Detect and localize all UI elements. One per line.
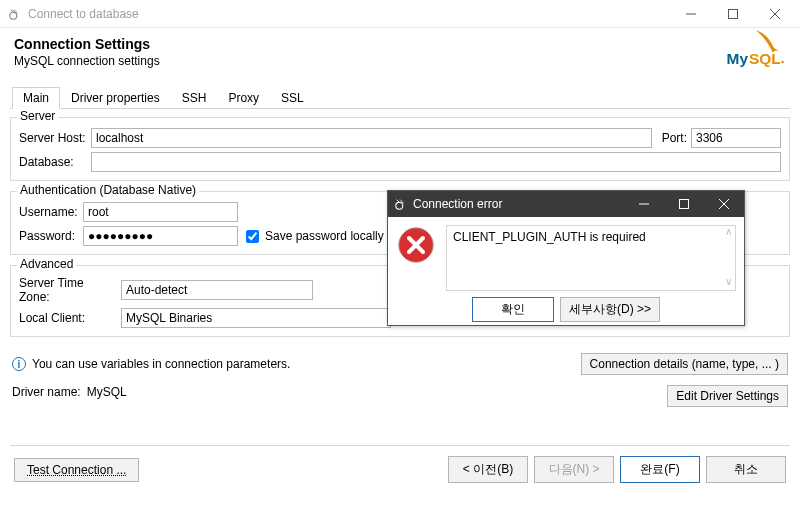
next-button[interactable]: 다음(N) >: [534, 456, 614, 483]
tab-driver-properties[interactable]: Driver properties: [60, 87, 171, 109]
save-password-checkbox[interactable]: [246, 230, 259, 243]
save-password-label: Save password locally: [265, 229, 384, 243]
test-connection-button[interactable]: Test Connection ...: [14, 458, 139, 482]
localclient-select[interactable]: MySQL Binaries: [121, 308, 391, 328]
edit-driver-button[interactable]: Edit Driver Settings: [667, 385, 788, 407]
dialog-ok-button[interactable]: 확인: [472, 297, 554, 322]
password-input[interactable]: [83, 226, 238, 246]
timezone-label: Server Time Zone:: [19, 276, 117, 304]
database-input[interactable]: [91, 152, 781, 172]
dialog-maximize-button[interactable]: [664, 191, 704, 217]
page-title: Connection Settings: [14, 36, 786, 52]
svg-rect-2: [729, 9, 738, 18]
port-input[interactable]: [691, 128, 781, 148]
prev-button[interactable]: < 이전(B): [448, 456, 528, 483]
window-title: Connect to database: [28, 7, 139, 21]
localclient-label: Local Client:: [19, 311, 117, 325]
scroll-up-icon[interactable]: ∧: [721, 226, 735, 240]
database-label: Database:: [19, 155, 87, 169]
error-dialog: Connection error CLIENT_PLUGIN_AUTH is r…: [387, 190, 745, 326]
close-button[interactable]: [754, 2, 796, 26]
host-label: Server Host:: [19, 131, 87, 145]
tabs: Main Driver properties SSH Proxy SSL: [10, 86, 790, 109]
port-label: Port:: [662, 131, 687, 145]
driver-name-value: MySQL: [87, 385, 127, 407]
tab-main[interactable]: Main: [12, 87, 60, 109]
driver-name-label: Driver name:: [12, 385, 81, 407]
timezone-select[interactable]: Auto-detect: [121, 280, 313, 300]
svg-point-7: [781, 61, 784, 64]
svg-point-8: [396, 202, 403, 209]
cancel-button[interactable]: 취소: [706, 456, 786, 483]
tab-proxy[interactable]: Proxy: [217, 87, 270, 109]
finish-button[interactable]: 완료(F): [620, 456, 700, 483]
username-input[interactable]: [83, 202, 238, 222]
password-label: Password:: [19, 229, 79, 243]
info-text: You can use variables in connection para…: [32, 357, 290, 371]
tab-ssh[interactable]: SSH: [171, 87, 218, 109]
dialog-details-button[interactable]: 세부사항(D) >>: [560, 297, 660, 322]
svg-text:My: My: [727, 50, 749, 67]
error-icon: [396, 225, 436, 265]
dialog-close-button[interactable]: [704, 191, 744, 217]
svg-text:SQL: SQL: [749, 50, 781, 67]
dialog-app-icon: [394, 197, 408, 211]
error-message: CLIENT_PLUGIN_AUTH is required: [453, 230, 646, 244]
svg-rect-10: [680, 200, 689, 209]
host-input[interactable]: [91, 128, 652, 148]
advanced-legend: Advanced: [17, 257, 76, 271]
server-legend: Server: [17, 109, 58, 123]
auth-legend: Authentication (Database Native): [17, 183, 199, 197]
username-label: Username:: [19, 205, 79, 219]
error-textbox: CLIENT_PLUGIN_AUTH is required ∧ ∨: [446, 225, 736, 291]
svg-point-0: [10, 12, 17, 19]
scroll-down-icon[interactable]: ∨: [721, 276, 735, 290]
info-icon: i: [12, 357, 26, 371]
page-subtitle: MySQL connection settings: [14, 54, 786, 68]
maximize-button[interactable]: [712, 2, 754, 26]
tab-ssl[interactable]: SSL: [270, 87, 315, 109]
dialog-title: Connection error: [413, 197, 502, 211]
minimize-button[interactable]: [670, 2, 712, 26]
dialog-minimize-button[interactable]: [624, 191, 664, 217]
app-icon: [8, 7, 22, 21]
connection-details-button[interactable]: Connection details (name, type, ... ): [581, 353, 788, 375]
mysql-logo-icon: My SQL: [714, 28, 784, 75]
